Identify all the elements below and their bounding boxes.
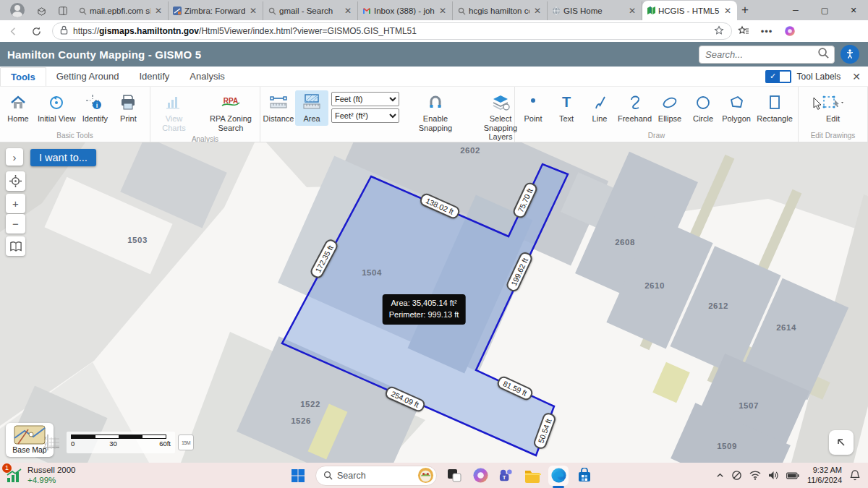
search-icon[interactable] xyxy=(817,47,830,62)
maximize-button[interactable]: ▢ xyxy=(810,0,839,20)
tab-actions-icon[interactable] xyxy=(57,5,69,17)
distance-button[interactable]: Distance xyxy=(262,90,295,126)
length-unit-select[interactable]: Feet (ft) xyxy=(331,92,399,106)
tab-close-icon[interactable]: ✕ xyxy=(153,6,164,16)
lock-icon[interactable] xyxy=(60,25,68,37)
browser-tab-hcgis-search[interactable]: hcgis hamilton coun ✕ xyxy=(453,1,548,20)
search-favicon-icon xyxy=(456,6,467,16)
parcel-label: 1522 xyxy=(300,400,320,408)
browser-tab-zimbra[interactable]: Zimbra: Forward ✕ xyxy=(169,1,263,20)
tab-tools[interactable]: Tools xyxy=(0,67,46,86)
map-viewport[interactable]: 2602 1503 1504 2608 2610 2612 2614 1507 … xyxy=(0,142,868,463)
windows-taskbar: 1 Russell 2000 +4.99% Search xyxy=(0,463,868,488)
minimize-button[interactable]: ─ xyxy=(781,0,810,20)
notification-bell-icon[interactable] xyxy=(850,470,860,481)
teams-icon[interactable]: T xyxy=(496,466,516,486)
enable-snapping-button[interactable]: Enable Snapping xyxy=(404,90,467,134)
workspaces-icon[interactable] xyxy=(35,5,47,17)
tab-close-icon[interactable]: ✕ xyxy=(722,6,733,16)
i-want-to-button[interactable]: I want to... xyxy=(30,149,96,166)
browser-tab-gis-home[interactable]: GIS Home ✕ xyxy=(548,1,642,20)
draw-line-button[interactable]: Line xyxy=(583,90,616,126)
search-input[interactable] xyxy=(704,48,817,61)
battery-icon[interactable] xyxy=(786,472,799,479)
microsoft-store-icon[interactable] xyxy=(574,466,595,486)
tab-close-icon[interactable]: ✕ xyxy=(626,6,638,16)
start-button[interactable] xyxy=(288,466,308,486)
panel-expand-button[interactable]: › xyxy=(6,148,23,166)
zoom-in-button[interactable]: + xyxy=(6,194,25,213)
profile-avatar[interactable] xyxy=(10,3,25,17)
taskbar-search-box[interactable]: Search xyxy=(315,466,437,486)
attribution-arrow-button[interactable] xyxy=(829,430,854,455)
tab-close-icon[interactable]: ✕ xyxy=(532,6,543,16)
accessibility-button[interactable] xyxy=(841,45,859,64)
draw-rectangle-button[interactable]: Rectangle xyxy=(753,90,796,126)
area-unit-select[interactable]: Feet² (ft²) xyxy=(331,108,399,123)
draw-point-button[interactable]: Point xyxy=(516,90,550,126)
wifi-icon[interactable] xyxy=(749,471,761,480)
draw-ellipse-button[interactable]: Ellipse xyxy=(653,90,686,126)
text-icon: T xyxy=(558,93,575,113)
tab-identify[interactable]: Identify xyxy=(129,67,179,85)
clock-date: 11/6/2024 xyxy=(807,476,842,486)
browser-menu-icon[interactable]: ••• xyxy=(761,25,773,37)
back-icon[interactable] xyxy=(7,25,19,37)
home-button[interactable]: Home xyxy=(1,90,35,126)
favorite-star-icon[interactable] xyxy=(714,25,724,38)
tab-close-icon[interactable]: ✕ xyxy=(247,6,259,16)
draw-freehand-button[interactable]: Freehand xyxy=(616,90,653,126)
refresh-icon[interactable] xyxy=(30,25,42,37)
global-search-box[interactable] xyxy=(699,46,835,64)
freehand-icon xyxy=(626,93,644,113)
search-icon xyxy=(323,471,333,480)
url-field[interactable]: https://gismaps.hamiltontn.gov/Html5View… xyxy=(52,22,732,40)
browser-tab-hcgis-viewer-active[interactable]: HCGIS - HTML5 Vie ✕ xyxy=(642,1,737,20)
parcel-label: 2610 xyxy=(644,281,665,290)
new-tab-button[interactable]: + xyxy=(741,3,749,17)
print-button[interactable]: Print xyxy=(111,90,145,126)
widgets-stock-button[interactable]: 1 Russell 2000 +4.99% xyxy=(6,466,75,484)
identify-button[interactable]: i Identify xyxy=(78,90,111,126)
tab-close-icon[interactable]: ✕ xyxy=(342,6,354,16)
locate-button[interactable] xyxy=(6,171,25,191)
file-explorer-icon[interactable] xyxy=(522,466,542,486)
bookmarks-button[interactable] xyxy=(6,236,25,256)
tray-chevron-icon[interactable] xyxy=(716,471,724,479)
draw-polygon-button[interactable]: Polygon xyxy=(720,90,753,126)
parcel-label: 1504 xyxy=(362,268,382,277)
area-button[interactable]: Area xyxy=(295,90,328,126)
scale-ratio-widget[interactable]: 15M xyxy=(178,435,194,450)
browser-tab-gmail-search[interactable]: gmail - Search ✕ xyxy=(263,1,358,20)
browser-tab-mail[interactable]: mail.epbfi.com sign ✕ xyxy=(74,1,169,20)
initial-view-button[interactable]: Initial View xyxy=(35,90,78,126)
tab-analysis[interactable]: Analysis xyxy=(179,67,234,85)
group-label: Draw xyxy=(516,131,796,142)
edge-browser-icon[interactable] xyxy=(548,466,569,486)
tab-close-icon[interactable]: ✕ xyxy=(437,6,448,16)
browser-tab-inbox[interactable]: Inbox (388) - johnoz ✕ xyxy=(358,1,453,20)
zoom-out-button[interactable]: − xyxy=(6,214,25,234)
close-window-button[interactable]: ✕ xyxy=(839,0,868,20)
ribbon-close-icon[interactable]: ✕ xyxy=(852,71,861,82)
task-view-button[interactable] xyxy=(444,466,464,486)
tooltip-perimeter: Perimeter: 999.13 ft xyxy=(389,309,459,321)
draw-text-button[interactable]: T Text xyxy=(550,90,583,126)
favorites-list-icon[interactable] xyxy=(738,25,749,37)
rpa-zoning-search-button[interactable]: RPA RPA Zoning Search xyxy=(203,90,258,134)
coordinate-grid-icon[interactable]: xy xyxy=(42,433,61,455)
draw-circle-button[interactable]: Circle xyxy=(686,90,720,126)
do-not-disturb-icon[interactable] xyxy=(731,470,742,481)
layers-icon xyxy=(490,93,511,113)
taskbar-clock[interactable]: 9:32 AM 11/6/2024 xyxy=(807,466,842,486)
scale-zero: 0 xyxy=(71,440,75,448)
clock-time: 9:32 AM xyxy=(807,466,842,476)
tab-getting-around[interactable]: Getting Around xyxy=(46,67,129,85)
scale-bar: 0 30 60ft xyxy=(67,432,175,453)
copilot-taskbar-icon[interactable] xyxy=(470,466,490,486)
zimbra-favicon-icon xyxy=(172,6,182,16)
volume-icon[interactable] xyxy=(768,471,779,480)
stock-change: +4.99% xyxy=(27,476,75,485)
tool-labels-toggle[interactable]: ✓ xyxy=(765,70,791,83)
copilot-icon[interactable] xyxy=(784,25,796,37)
